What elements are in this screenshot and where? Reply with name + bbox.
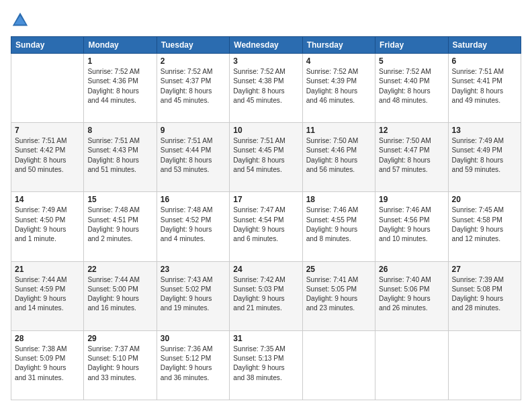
week-row-4: 21Sunrise: 7:44 AM Sunset: 4:59 PM Dayli… bbox=[11, 261, 521, 330]
calendar-cell bbox=[448, 330, 521, 400]
week-row-2: 7Sunrise: 7:51 AM Sunset: 4:42 PM Daylig… bbox=[11, 123, 521, 192]
calendar-cell bbox=[302, 330, 375, 400]
day-number: 19 bbox=[379, 195, 444, 204]
calendar-cell bbox=[375, 330, 448, 400]
day-number: 4 bbox=[306, 56, 371, 66]
calendar-body: 1Sunrise: 7:52 AM Sunset: 4:36 PM Daylig… bbox=[11, 54, 521, 400]
day-info: Sunrise: 7:52 AM Sunset: 4:39 PM Dayligh… bbox=[306, 67, 371, 105]
day-number: 27 bbox=[452, 265, 517, 274]
day-info: Sunrise: 7:43 AM Sunset: 5:02 PM Dayligh… bbox=[161, 275, 226, 314]
calendar-cell: 13Sunrise: 7:49 AM Sunset: 4:49 PM Dayli… bbox=[448, 123, 521, 192]
day-info: Sunrise: 7:51 AM Sunset: 4:43 PM Dayligh… bbox=[87, 136, 152, 175]
calendar-cell: 5Sunrise: 7:52 AM Sunset: 4:40 PM Daylig… bbox=[375, 54, 448, 123]
calendar-cell: 29Sunrise: 7:37 AM Sunset: 5:10 PM Dayli… bbox=[84, 330, 157, 400]
day-info: Sunrise: 7:51 AM Sunset: 4:42 PM Dayligh… bbox=[15, 136, 80, 175]
week-row-3: 14Sunrise: 7:49 AM Sunset: 4:50 PM Dayli… bbox=[11, 192, 521, 261]
day-number: 23 bbox=[161, 265, 226, 274]
day-number: 29 bbox=[87, 334, 152, 343]
day-number: 21 bbox=[15, 265, 80, 274]
day-number: 15 bbox=[87, 195, 152, 204]
calendar-cell: 11Sunrise: 7:50 AM Sunset: 4:46 PM Dayli… bbox=[302, 123, 375, 192]
calendar-cell bbox=[11, 54, 84, 123]
day-info: Sunrise: 7:47 AM Sunset: 4:54 PM Dayligh… bbox=[233, 205, 298, 244]
week-row-1: 1Sunrise: 7:52 AM Sunset: 4:36 PM Daylig… bbox=[11, 54, 521, 123]
weekday-header-friday: Friday bbox=[375, 37, 448, 54]
page: SundayMondayTuesdayWednesdayThursdayFrid… bbox=[0, 0, 532, 411]
calendar-cell: 19Sunrise: 7:46 AM Sunset: 4:56 PM Dayli… bbox=[375, 192, 448, 261]
logo-icon bbox=[11, 11, 30, 30]
day-info: Sunrise: 7:51 AM Sunset: 4:41 PM Dayligh… bbox=[452, 67, 517, 105]
day-info: Sunrise: 7:35 AM Sunset: 5:13 PM Dayligh… bbox=[233, 345, 298, 383]
day-number: 31 bbox=[233, 334, 298, 343]
day-number: 18 bbox=[306, 195, 371, 204]
day-info: Sunrise: 7:48 AM Sunset: 4:52 PM Dayligh… bbox=[161, 205, 226, 244]
day-number: 6 bbox=[452, 56, 517, 66]
calendar-cell: 21Sunrise: 7:44 AM Sunset: 4:59 PM Dayli… bbox=[11, 261, 84, 330]
day-number: 5 bbox=[379, 56, 444, 66]
calendar-cell: 1Sunrise: 7:52 AM Sunset: 4:36 PM Daylig… bbox=[84, 54, 157, 123]
calendar-cell: 30Sunrise: 7:36 AM Sunset: 5:12 PM Dayli… bbox=[157, 330, 229, 400]
day-number: 1 bbox=[87, 56, 152, 66]
day-info: Sunrise: 7:40 AM Sunset: 5:06 PM Dayligh… bbox=[379, 275, 444, 314]
calendar-cell: 22Sunrise: 7:44 AM Sunset: 5:00 PM Dayli… bbox=[84, 261, 157, 330]
header bbox=[11, 11, 521, 30]
calendar-cell: 17Sunrise: 7:47 AM Sunset: 4:54 PM Dayli… bbox=[230, 192, 302, 261]
calendar-cell: 18Sunrise: 7:46 AM Sunset: 4:55 PM Dayli… bbox=[302, 192, 375, 261]
calendar-cell: 25Sunrise: 7:41 AM Sunset: 5:05 PM Dayli… bbox=[302, 261, 375, 330]
day-number: 3 bbox=[233, 56, 298, 66]
calendar-header: SundayMondayTuesdayWednesdayThursdayFrid… bbox=[11, 37, 521, 54]
day-info: Sunrise: 7:44 AM Sunset: 5:00 PM Dayligh… bbox=[87, 275, 152, 314]
day-info: Sunrise: 7:36 AM Sunset: 5:12 PM Dayligh… bbox=[161, 345, 226, 383]
day-info: Sunrise: 7:52 AM Sunset: 4:37 PM Dayligh… bbox=[161, 67, 226, 105]
day-number: 16 bbox=[161, 195, 226, 204]
day-info: Sunrise: 7:45 AM Sunset: 4:58 PM Dayligh… bbox=[452, 205, 517, 244]
day-info: Sunrise: 7:52 AM Sunset: 4:38 PM Dayligh… bbox=[233, 67, 298, 105]
day-number: 20 bbox=[452, 195, 517, 204]
day-number: 26 bbox=[379, 265, 444, 274]
weekday-row: SundayMondayTuesdayWednesdayThursdayFrid… bbox=[11, 37, 521, 54]
day-number: 14 bbox=[15, 195, 80, 204]
calendar-cell: 28Sunrise: 7:38 AM Sunset: 5:09 PM Dayli… bbox=[11, 330, 84, 400]
day-number: 9 bbox=[161, 126, 226, 135]
day-number: 11 bbox=[306, 126, 371, 135]
calendar-cell: 10Sunrise: 7:51 AM Sunset: 4:45 PM Dayli… bbox=[230, 123, 302, 192]
calendar-cell: 15Sunrise: 7:48 AM Sunset: 4:51 PM Dayli… bbox=[84, 192, 157, 261]
calendar-cell: 26Sunrise: 7:40 AM Sunset: 5:06 PM Dayli… bbox=[375, 261, 448, 330]
calendar-cell: 23Sunrise: 7:43 AM Sunset: 5:02 PM Dayli… bbox=[157, 261, 229, 330]
calendar-cell: 2Sunrise: 7:52 AM Sunset: 4:37 PM Daylig… bbox=[157, 54, 229, 123]
weekday-header-thursday: Thursday bbox=[302, 37, 375, 54]
day-info: Sunrise: 7:37 AM Sunset: 5:10 PM Dayligh… bbox=[87, 345, 152, 383]
day-number: 2 bbox=[161, 56, 226, 66]
logo bbox=[11, 11, 32, 30]
day-info: Sunrise: 7:44 AM Sunset: 4:59 PM Dayligh… bbox=[15, 275, 80, 314]
calendar-cell: 20Sunrise: 7:45 AM Sunset: 4:58 PM Dayli… bbox=[448, 192, 521, 261]
weekday-header-monday: Monday bbox=[84, 37, 157, 54]
day-number: 17 bbox=[233, 195, 298, 204]
day-number: 24 bbox=[233, 265, 298, 274]
calendar-cell: 16Sunrise: 7:48 AM Sunset: 4:52 PM Dayli… bbox=[157, 192, 229, 261]
day-info: Sunrise: 7:51 AM Sunset: 4:45 PM Dayligh… bbox=[233, 136, 298, 175]
day-info: Sunrise: 7:52 AM Sunset: 4:36 PM Dayligh… bbox=[87, 67, 152, 105]
calendar-cell: 31Sunrise: 7:35 AM Sunset: 5:13 PM Dayli… bbox=[230, 330, 302, 400]
calendar-cell: 24Sunrise: 7:42 AM Sunset: 5:03 PM Dayli… bbox=[230, 261, 302, 330]
calendar-cell: 27Sunrise: 7:39 AM Sunset: 5:08 PM Dayli… bbox=[448, 261, 521, 330]
day-number: 8 bbox=[87, 126, 152, 135]
weekday-header-saturday: Saturday bbox=[448, 37, 521, 54]
calendar-cell: 7Sunrise: 7:51 AM Sunset: 4:42 PM Daylig… bbox=[11, 123, 84, 192]
day-number: 22 bbox=[87, 265, 152, 274]
day-info: Sunrise: 7:41 AM Sunset: 5:05 PM Dayligh… bbox=[306, 275, 371, 314]
day-info: Sunrise: 7:48 AM Sunset: 4:51 PM Dayligh… bbox=[87, 205, 152, 244]
day-info: Sunrise: 7:39 AM Sunset: 5:08 PM Dayligh… bbox=[452, 275, 517, 314]
calendar-cell: 14Sunrise: 7:49 AM Sunset: 4:50 PM Dayli… bbox=[11, 192, 84, 261]
calendar-cell: 12Sunrise: 7:50 AM Sunset: 4:47 PM Dayli… bbox=[375, 123, 448, 192]
day-number: 28 bbox=[15, 334, 80, 343]
day-info: Sunrise: 7:38 AM Sunset: 5:09 PM Dayligh… bbox=[15, 345, 80, 383]
day-info: Sunrise: 7:52 AM Sunset: 4:40 PM Dayligh… bbox=[379, 67, 444, 105]
calendar-cell: 8Sunrise: 7:51 AM Sunset: 4:43 PM Daylig… bbox=[84, 123, 157, 192]
calendar-cell: 6Sunrise: 7:51 AM Sunset: 4:41 PM Daylig… bbox=[448, 54, 521, 123]
day-number: 12 bbox=[379, 126, 444, 135]
day-info: Sunrise: 7:49 AM Sunset: 4:50 PM Dayligh… bbox=[15, 205, 80, 244]
day-info: Sunrise: 7:42 AM Sunset: 5:03 PM Dayligh… bbox=[233, 275, 298, 314]
day-number: 30 bbox=[161, 334, 226, 343]
day-number: 13 bbox=[452, 126, 517, 135]
